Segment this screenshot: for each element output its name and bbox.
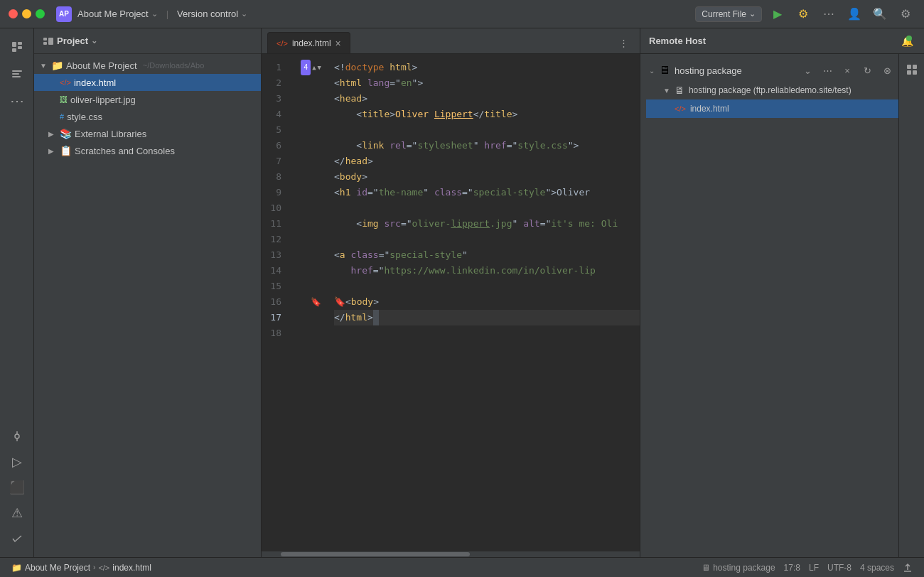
code-line-8: <body> (334, 169, 640, 185)
line-num-1: 1 (262, 60, 290, 75)
line-num-9: 9 (262, 185, 290, 200)
svg-rect-12 (48, 38, 53, 45)
settings-button[interactable]: ⚙ (896, 4, 915, 24)
line-num-17: 17 (262, 310, 290, 325)
status-hosting-item[interactable]: 🖥 hosting package (699, 563, 778, 573)
line-num-2: 2 (262, 75, 290, 91)
current-file-button[interactable]: Current File ⌄ (695, 6, 762, 22)
status-position-item[interactable]: 17:8 (781, 563, 803, 573)
hosting-dropdown-button[interactable]: ⌄ (799, 63, 816, 78)
maximize-button[interactable] (36, 9, 45, 18)
tree-item-scratches[interactable]: ▶ 📋 Scratches and Consoles (34, 142, 261, 159)
current-file-label: Current File (702, 9, 746, 19)
tree-item-css[interactable]: # style.css (34, 108, 261, 125)
project-name-label[interactable]: About Me Project ⌄ (77, 9, 158, 19)
svg-rect-15 (907, 70, 911, 75)
annotation-line-11 (290, 216, 326, 232)
remote-icon-1[interactable] (902, 60, 922, 80)
hosting-refresh-button[interactable]: ↻ (859, 63, 876, 78)
problems-icon[interactable]: ⚠ (4, 500, 30, 526)
close-button[interactable] (9, 9, 18, 18)
hosting-close-button[interactable]: × (839, 63, 856, 78)
git-commit-icon[interactable] (4, 526, 30, 551)
status-encoding-label: UTF-8 (827, 563, 852, 573)
html-file-icon: </> (60, 78, 71, 87)
run-button[interactable]: ▶ (768, 4, 788, 24)
tree-item-label: External Libraries (75, 129, 146, 139)
line-num-8: 8 (262, 169, 290, 185)
code-line-7: </head> (334, 153, 640, 169)
minimize-button[interactable] (22, 9, 31, 18)
status-project-label: About Me Project (25, 563, 90, 573)
status-folder-icon: 📁 (11, 563, 22, 573)
main-container: ⋯ ▷ ⬛ ⚠ (0, 28, 924, 557)
version-control-chevron-icon: ⌄ (241, 9, 247, 18)
annotation-line-15 (290, 279, 326, 294)
annotation-line-16: 🔖 (290, 294, 326, 310)
code-line-1: <!doctype html> (334, 60, 640, 75)
hosting-expand-arrow: ⌄ (649, 67, 655, 75)
root-collapse-arrow: ▼ (40, 62, 48, 70)
status-indent-item[interactable]: 4 spaces (857, 563, 897, 573)
project-chevron-icon: ⌄ (151, 9, 158, 18)
tab-index-html[interactable]: </> index.html × (267, 32, 350, 53)
status-file-type-icon: </> (98, 563, 109, 572)
tab-close-button[interactable]: × (335, 38, 341, 49)
sidebar-project-title[interactable]: Project ⌄ (43, 36, 97, 47)
status-bar-right: 🖥 hosting package 17:8 LF UTF-8 4 spaces (699, 563, 915, 573)
code-editor[interactable]: 1 2 3 4 5 6 7 8 9 10 11 12 13 14 15 16 1 (262, 54, 640, 551)
code-content[interactable]: <!doctype html> <html lang="en"> <head> … (326, 54, 640, 551)
tree-item-index-html[interactable]: </> index.html (34, 74, 261, 91)
status-encoding-item[interactable]: UTF-8 (824, 563, 854, 573)
ftp-index-html-item[interactable]: </> index.html (646, 99, 918, 118)
notification-bell-button[interactable]: 🔔 (898, 33, 915, 50)
scratches-arrow: ▶ (48, 147, 57, 155)
run-config-icon[interactable]: ▷ (4, 449, 30, 475)
terminal-icon[interactable]: ⬛ (4, 475, 30, 500)
scrollbar-thumb[interactable] (281, 552, 470, 556)
svg-rect-16 (913, 70, 917, 75)
status-indent-label: 4 spaces (860, 563, 894, 573)
project-files-icon[interactable] (4, 34, 30, 60)
tree-root-project[interactable]: ▼ 📁 About Me Project ~/Downloads/Abo (34, 57, 261, 74)
tree-item-jpg[interactable]: 🖼 oliver-lippert.jpg (34, 91, 261, 108)
status-chevron-right-icon: › (93, 563, 95, 571)
annotation-line-17 (290, 310, 326, 325)
annotation-line-1: 4 ▲ ▼ (290, 60, 326, 75)
debug-button[interactable]: ⚙ (793, 4, 813, 24)
tab-file-type-icon: </> (276, 39, 288, 48)
svg-rect-5 (12, 73, 19, 75)
content-area: </> index.html × ⋮ 1 2 3 4 5 6 7 8 (262, 28, 924, 557)
code-line-17: </html> (334, 310, 640, 325)
css-file-icon: # (60, 112, 64, 121)
more-options-button[interactable]: ⋯ (819, 4, 839, 24)
status-upload-icon-item[interactable] (900, 563, 915, 573)
git-icon[interactable] (4, 424, 30, 449)
tree-item-external-libraries[interactable]: ▶ 📚 External Libraries (34, 125, 261, 142)
hosting-more-button[interactable]: ⋯ (819, 63, 836, 78)
more-tools-icon[interactable]: ⋯ (4, 88, 30, 114)
status-project-item[interactable]: 📁 About Me Project › </> index.html (9, 558, 154, 577)
ftp-host-item[interactable]: ▼ 🖥 hosting package (ftp.reliabledemo.si… (646, 81, 918, 99)
structure-icon[interactable] (4, 61, 30, 87)
hosting-disconnect-button[interactable]: ⊗ (879, 63, 896, 78)
status-line-ending-item[interactable]: LF (806, 563, 822, 573)
svg-rect-1 (18, 42, 22, 45)
current-file-chevron-icon: ⌄ (749, 9, 756, 18)
line-num-14: 14 (262, 263, 290, 279)
status-line-ending-label: LF (809, 563, 819, 573)
annotation-line-2 (290, 75, 326, 91)
search-button[interactable]: 🔍 (870, 4, 890, 24)
bookmark-icon: 🔖 (311, 294, 321, 310)
svg-rect-11 (43, 42, 47, 45)
ftp-server-icon: 🖥 (675, 85, 684, 96)
ftp-collapse-arrow: ▼ (663, 87, 670, 95)
annotation-line-8 (290, 169, 326, 185)
editor-scrollbar[interactable] (262, 551, 640, 557)
upload-icon (903, 563, 913, 573)
hosting-package-header[interactable]: ⌄ 🖥 hosting package ⌄ ⋯ × ↻ ⊗ ⚙ (646, 60, 918, 81)
add-user-button[interactable]: 👤 (844, 4, 864, 24)
tab-more-button[interactable]: ⋮ (613, 32, 634, 53)
version-control-btn[interactable]: Version control ⌄ (177, 9, 247, 19)
remote-panel: Remote Host 🔔 ⌄ 🖥 hosting package ⌄ ⋯ (640, 28, 924, 557)
